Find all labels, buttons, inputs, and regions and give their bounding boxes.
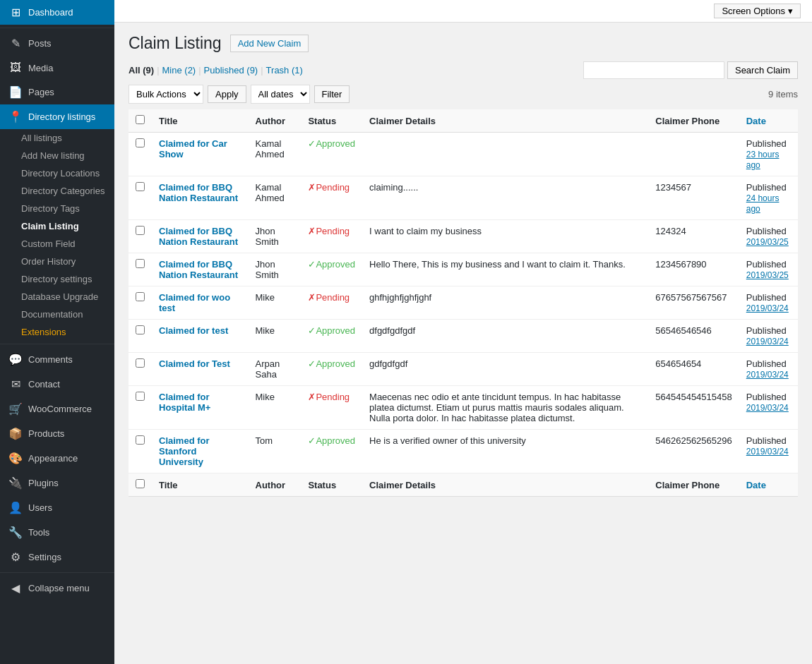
col-date[interactable]: Date bbox=[739, 109, 798, 133]
sidebar-sub-tags[interactable]: Directory Tags bbox=[0, 200, 114, 217]
title-link[interactable]: Claimed for BBQ Nation Restaurant bbox=[159, 182, 238, 203]
row-checkbox-5[interactable] bbox=[136, 325, 145, 334]
pages-icon: 📄 bbox=[8, 85, 23, 99]
cell-status: ✗Pending bbox=[301, 220, 362, 253]
title-link[interactable]: Claimed for BBQ Nation Restaurant bbox=[159, 259, 238, 280]
sidebar-item-directory-listings[interactable]: 📍 Directory listings bbox=[0, 104, 114, 129]
col-author: Author bbox=[249, 109, 301, 133]
title-link[interactable]: Claimed for Car Show bbox=[159, 138, 227, 159]
row-checkbox-4[interactable] bbox=[136, 292, 145, 301]
row-checkbox-8[interactable] bbox=[136, 435, 145, 445]
title-link[interactable]: Claimed for BBQ Nation Restaurant bbox=[159, 226, 238, 247]
date-filter-select[interactable]: All dates bbox=[251, 85, 310, 104]
bulk-actions-select[interactable]: Bulk Actions bbox=[129, 85, 203, 104]
search-box-area: Search Claim bbox=[583, 61, 798, 79]
search-claim-button[interactable]: Search Claim bbox=[727, 61, 798, 79]
sidebar-item-products[interactable]: 📦 Products bbox=[0, 421, 114, 446]
cell-status: ✓Approved bbox=[301, 353, 362, 386]
sidebar-sub-locations[interactable]: Directory Locations bbox=[0, 164, 114, 182]
cell-author: Jhon Smith bbox=[249, 220, 301, 253]
filter-mine[interactable]: Mine (2) bbox=[162, 65, 196, 76]
row-checkbox-0[interactable] bbox=[136, 138, 145, 147]
screen-options-label: Screen Options bbox=[722, 6, 785, 16]
table-row: Claimed for TestArpan Saha✓Approvedgdfgd… bbox=[129, 353, 798, 386]
screen-options-button[interactable]: Screen Options ▾ bbox=[714, 4, 801, 18]
cell-title: Claimed for Test bbox=[152, 353, 249, 386]
date-label: Published bbox=[746, 138, 787, 149]
sidebar-item-appearance[interactable]: 🎨 Appearance bbox=[0, 446, 114, 471]
sidebar: ⊞ Dashboard ✎ Posts 🖼 Media 📄 Pages 📍 Di… bbox=[0, 0, 114, 664]
sidebar-item-contact[interactable]: ✉ Contact bbox=[0, 372, 114, 397]
sidebar-item-settings[interactable]: ⚙ Settings bbox=[0, 545, 114, 569]
cell-title: Claimed for BBQ Nation Restaurant bbox=[152, 220, 249, 253]
date-value[interactable]: 2019/03/24 bbox=[746, 303, 789, 313]
date-value[interactable]: 24 hours ago bbox=[746, 193, 780, 214]
select-all-checkbox[interactable] bbox=[136, 115, 145, 124]
sidebar-label-comments: Comments bbox=[28, 354, 73, 365]
select-all-footer-checkbox[interactable] bbox=[136, 479, 145, 488]
cell-date: Published2019/03/25 bbox=[739, 220, 798, 253]
sidebar-item-tools[interactable]: 🔧 Tools bbox=[0, 520, 114, 545]
date-label: Published bbox=[746, 259, 787, 270]
date-value[interactable]: 23 hours ago bbox=[746, 150, 780, 170]
row-checkbox-2[interactable] bbox=[136, 226, 145, 235]
sidebar-sub-directory-settings[interactable]: Directory settings bbox=[0, 270, 114, 288]
sidebar-item-posts[interactable]: ✎ Posts bbox=[0, 31, 114, 56]
date-label: Published bbox=[746, 392, 787, 402]
filter-all[interactable]: All (9) bbox=[129, 65, 154, 76]
sidebar-item-woocommerce[interactable]: 🛒 WooCommerce bbox=[0, 397, 114, 421]
title-link[interactable]: Claimed for Stanford University bbox=[159, 435, 210, 467]
sidebar-sub-custom-field[interactable]: Custom Field bbox=[0, 235, 114, 253]
row-checkbox-7[interactable] bbox=[136, 392, 145, 401]
row-checkbox-1[interactable] bbox=[136, 182, 145, 191]
sidebar-sub-order-history[interactable]: Order History bbox=[0, 253, 114, 270]
sidebar-sub-categories[interactable]: Directory Categories bbox=[0, 182, 114, 200]
cell-claimer-phone: 67657567567567 bbox=[648, 286, 739, 320]
sidebar-sub-add-new[interactable]: Add New listing bbox=[0, 147, 114, 164]
cell-status: ✓Approved bbox=[301, 320, 362, 353]
cell-claimer-details: gdfgdfgdf bbox=[362, 353, 648, 386]
table-row: Claimed for Car ShowKamal Ahmed✓Approved… bbox=[129, 133, 798, 176]
title-link[interactable]: Claimed for test bbox=[159, 325, 228, 336]
table-row: Claimed for BBQ Nation RestaurantJhon Sm… bbox=[129, 253, 798, 286]
date-value[interactable]: 2019/03/25 bbox=[746, 270, 789, 280]
title-link[interactable]: Claimed for Test bbox=[159, 358, 230, 369]
sidebar-item-users[interactable]: 👤 Users bbox=[0, 495, 114, 520]
sidebar-item-comments[interactable]: 💬 Comments bbox=[0, 347, 114, 372]
filter-row: All (9) | Mine (2) | Published (9) | Tra… bbox=[129, 61, 798, 79]
table-row: Claimed for woo testMike✗Pendingghfhjghf… bbox=[129, 286, 798, 320]
sidebar-sub-extensions[interactable]: Extensions bbox=[0, 323, 114, 341]
apply-button[interactable]: Apply bbox=[208, 85, 246, 103]
cell-author: Jhon Smith bbox=[249, 253, 301, 286]
sidebar-sub-documentation[interactable]: Documentation bbox=[0, 306, 114, 323]
sidebar-item-dashboard[interactable]: ⊞ Dashboard bbox=[0, 0, 114, 25]
comments-icon: 💬 bbox=[8, 353, 23, 366]
cell-date: Published2019/03/24 bbox=[739, 320, 798, 353]
sidebar-item-media[interactable]: 🖼 Media bbox=[0, 56, 114, 80]
filter-trash[interactable]: Trash (1) bbox=[266, 65, 303, 76]
cell-author: Mike bbox=[249, 386, 301, 430]
search-claim-input[interactable] bbox=[583, 61, 724, 79]
title-link[interactable]: Claimed for woo test bbox=[159, 292, 230, 313]
row-checkbox-3[interactable] bbox=[136, 259, 145, 268]
date-value[interactable]: 2019/03/24 bbox=[746, 370, 789, 380]
sidebar-item-plugins[interactable]: 🔌 Plugins bbox=[0, 471, 114, 495]
date-value[interactable]: 2019/03/24 bbox=[746, 403, 789, 413]
row-checkbox-6[interactable] bbox=[136, 358, 145, 368]
date-value[interactable]: 2019/03/24 bbox=[746, 447, 789, 457]
date-value[interactable]: 2019/03/25 bbox=[746, 237, 789, 247]
sidebar-sub-claim-listing[interactable]: Claim Listing bbox=[0, 217, 114, 235]
sidebar-sub-all-listings[interactable]: All listings bbox=[0, 129, 114, 147]
add-new-claim-button[interactable]: Add New Claim bbox=[230, 35, 309, 52]
sidebar-item-collapse[interactable]: ◀ Collapse menu bbox=[0, 576, 114, 600]
sidebar-item-pages[interactable]: 📄 Pages bbox=[0, 80, 114, 104]
filter-published[interactable]: Published (9) bbox=[204, 65, 258, 76]
filter-button[interactable]: Filter bbox=[314, 85, 350, 103]
foot-col-status: Status bbox=[301, 473, 362, 497]
sidebar-label-woocommerce: WooCommerce bbox=[28, 404, 92, 414]
table-header-row: Title Author Status Claimer Details Clai… bbox=[129, 109, 798, 133]
date-value[interactable]: 2019/03/24 bbox=[746, 337, 789, 346]
title-link[interactable]: Claimed for Hospital M+ bbox=[159, 392, 210, 413]
foot-col-date[interactable]: Date bbox=[739, 473, 798, 497]
sidebar-sub-database-upgrade[interactable]: Database Upgrade bbox=[0, 288, 114, 306]
